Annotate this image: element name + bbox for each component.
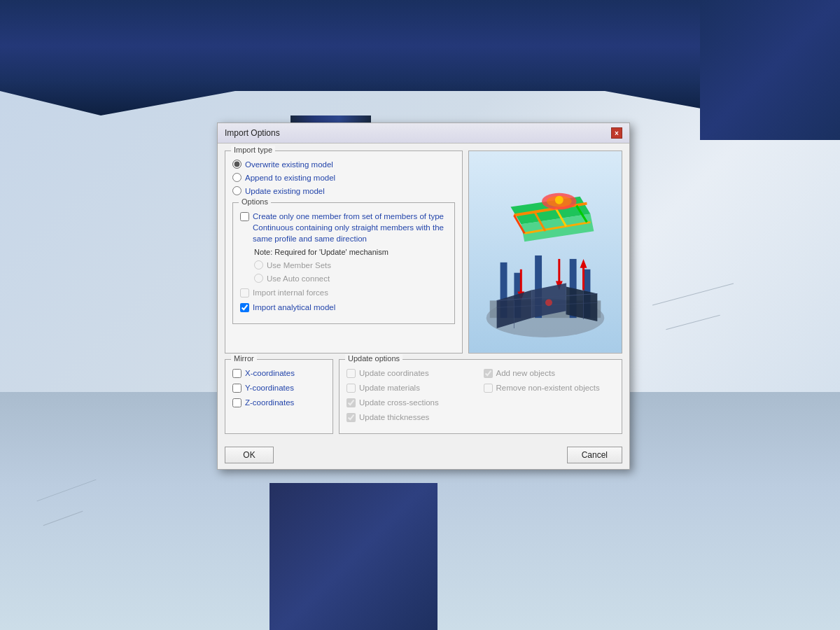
dialog-content: Import type Overwrite existing model App…	[218, 144, 629, 441]
radio-auto-connect-input[interactable]	[254, 274, 263, 283]
checkbox-remove-nonexistent[interactable]: Remove non-existent objects	[484, 382, 615, 393]
checkbox-add-new-objects[interactable]: Add new objects	[484, 368, 615, 379]
update-col-right: Add new objects Remove non-existent obje…	[484, 364, 615, 426]
radio-update-input[interactable]	[232, 186, 241, 195]
svg-point-18	[555, 196, 564, 204]
update-col-left: Update coordinates Update materials Upda…	[346, 364, 478, 426]
import-type-legend: Import type	[231, 146, 275, 154]
add-new-objects-checkbox[interactable]	[484, 369, 493, 378]
checkbox-create-member[interactable]: Create only one member from set of membe…	[240, 211, 447, 244]
add-new-objects-label: Add new objects	[496, 368, 555, 379]
checkbox-update-materials[interactable]: Update materials	[346, 382, 478, 393]
ok-button[interactable]: OK	[225, 447, 274, 463]
mirror-legend: Mirror	[231, 354, 257, 363]
update-materials-label: Update materials	[359, 382, 420, 393]
dialog-buttons: OK Cancel	[218, 441, 629, 469]
radio-overwrite-label: Overwrite existing model	[245, 160, 333, 169]
close-button[interactable]: ×	[611, 127, 622, 139]
deco-line-1	[652, 283, 734, 305]
update-cross-sections-label: Update cross-sections	[359, 397, 439, 408]
checkbox-import-forces[interactable]: Import internal forces	[240, 287, 447, 298]
mirror-group: Mirror X-coordinates Y-coordinates Z-coo…	[225, 359, 333, 434]
preview-svg	[469, 151, 622, 353]
radio-update-label: Update existing model	[245, 187, 325, 195]
update-coordinates-checkbox[interactable]	[346, 369, 356, 378]
top-row: Import type Overwrite existing model App…	[225, 150, 622, 354]
remove-nonexistent-label: Remove non-existent objects	[496, 382, 600, 393]
update-options-group: Update options Update coordinates Update…	[339, 359, 622, 434]
bg-corner-right	[700, 0, 840, 140]
dialog-title: Import Options	[225, 128, 280, 138]
checkbox-update-cross-sections[interactable]: Update cross-sections	[346, 397, 478, 408]
options-group: Options Create only one member from set …	[232, 202, 455, 324]
import-analytical-checkbox[interactable]	[240, 303, 249, 312]
import-options-dialog: Import Options × Import type Overwrite e…	[217, 122, 630, 470]
import-type-group: Import type Overwrite existing model App…	[225, 150, 463, 354]
x-coord-checkbox[interactable]	[232, 369, 241, 378]
radio-append-label: Append to existing model	[245, 174, 335, 182]
checkbox-update-thicknesses[interactable]: Update thicknesses	[346, 412, 478, 423]
dialog-titlebar: Import Options ×	[218, 123, 629, 144]
radio-overwrite[interactable]: Overwrite existing model	[232, 160, 455, 169]
checkbox-import-analytical[interactable]: Import analytical model	[240, 302, 447, 313]
import-forces-checkbox[interactable]	[240, 288, 249, 298]
radio-append-input[interactable]	[232, 173, 241, 182]
checkbox-y-coord[interactable]: Y-coordinates	[232, 382, 326, 393]
z-coord-checkbox[interactable]	[232, 398, 241, 407]
update-cross-sections-checkbox[interactable]	[346, 398, 356, 407]
bg-column	[270, 483, 438, 630]
deco-line-2	[666, 315, 720, 330]
bottom-row: Mirror X-coordinates Y-coordinates Z-coo…	[225, 359, 622, 434]
radio-update[interactable]: Update existing model	[232, 186, 455, 195]
svg-point-34	[545, 299, 552, 306]
create-member-checkbox[interactable]	[240, 212, 249, 221]
checkbox-update-coordinates[interactable]: Update coordinates	[346, 368, 478, 379]
preview-image	[468, 150, 622, 354]
radio-overwrite-input[interactable]	[232, 160, 241, 169]
radio-member-sets-input[interactable]	[254, 260, 263, 270]
x-coord-label: X-coordinates	[245, 368, 295, 379]
cancel-button[interactable]: Cancel	[567, 447, 622, 463]
update-materials-checkbox[interactable]	[346, 384, 356, 393]
update-thicknesses-label: Update thicknesses	[359, 412, 429, 423]
options-legend: Options	[239, 197, 271, 206]
z-coord-label: Z-coordinates	[245, 397, 294, 408]
y-coord-label: Y-coordinates	[245, 382, 294, 393]
note-text: Note: Required for 'Update' mechanism	[254, 248, 447, 256]
radio-member-sets[interactable]: Use Member Sets	[254, 260, 447, 270]
update-coordinates-label: Update coordinates	[359, 368, 429, 379]
update-columns: Update coordinates Update materials Upda…	[346, 364, 615, 426]
checkbox-z-coord[interactable]: Z-coordinates	[232, 397, 326, 408]
create-member-label: Create only one member from set of membe…	[253, 211, 447, 244]
update-options-legend: Update options	[345, 354, 402, 363]
update-thicknesses-checkbox[interactable]	[346, 413, 356, 422]
radio-append[interactable]: Append to existing model	[232, 173, 455, 182]
import-analytical-label: Import analytical model	[253, 302, 335, 313]
radio-member-sets-label: Use Member Sets	[267, 261, 331, 270]
radio-auto-connect-label: Use Auto connect	[267, 274, 330, 283]
remove-nonexistent-checkbox[interactable]	[484, 384, 493, 393]
y-coord-checkbox[interactable]	[232, 384, 241, 393]
checkbox-x-coord[interactable]: X-coordinates	[232, 368, 326, 379]
radio-auto-connect[interactable]: Use Auto connect	[254, 274, 447, 283]
import-forces-label: Import internal forces	[253, 287, 328, 298]
